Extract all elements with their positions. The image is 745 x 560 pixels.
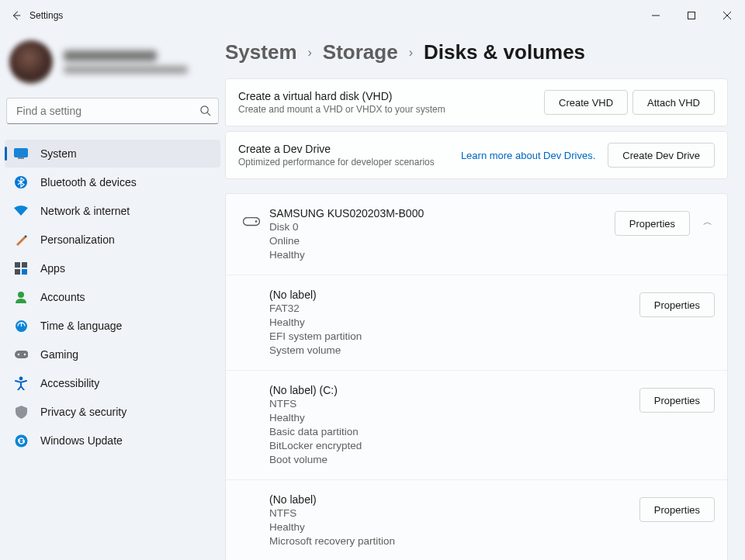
privacy-icon xyxy=(14,405,28,419)
disks-list: SAMSUNG KUS020203M-B000 Disk 0 Online He… xyxy=(225,193,728,560)
disk-name: SAMSUNG KUS020203M-B000 xyxy=(269,206,615,220)
maximize-button[interactable] xyxy=(674,0,709,31)
volume-line: Boot volume xyxy=(269,453,639,467)
card-subtitle: Create and mount a VHD or VHDX to your s… xyxy=(238,104,445,115)
volume-line: Healthy xyxy=(269,520,639,534)
avatar xyxy=(9,40,53,84)
create-devdrive-button[interactable]: Create Dev Drive xyxy=(608,143,715,168)
sidebar-item-label: Accounts xyxy=(40,291,85,303)
svg-rect-4 xyxy=(15,149,28,157)
volume-line: EFI system partition xyxy=(269,330,639,344)
svg-rect-19 xyxy=(244,218,260,226)
sidebar-item-label: Privacy & security xyxy=(40,406,126,418)
sidebar-item-label: Gaming xyxy=(40,348,78,361)
sidebar-item-label: Network & internet xyxy=(40,205,130,217)
search-box[interactable] xyxy=(6,98,219,124)
svg-point-11 xyxy=(18,292,24,298)
disk-icon xyxy=(238,206,265,262)
card-title: Create a Dev Drive xyxy=(238,143,435,155)
disk-line: Healthy xyxy=(269,248,615,262)
properties-button[interactable]: Properties xyxy=(639,497,715,522)
disk-row[interactable]: SAMSUNG KUS020203M-B000 Disk 0 Online He… xyxy=(226,194,727,275)
sidebar-item-network[interactable]: Network & internet xyxy=(5,197,220,225)
volume-row[interactable]: (No label)FAT32HealthyEFI system partiti… xyxy=(226,275,727,371)
sidebar: System Bluetooth & devices Network & int… xyxy=(0,31,225,560)
profile[interactable] xyxy=(5,36,220,98)
attach-vhd-button[interactable]: Attach VHD xyxy=(632,90,715,115)
nav-list: System Bluetooth & devices Network & int… xyxy=(5,140,220,455)
volume-line: NTFS xyxy=(269,397,639,411)
volume-line: Basic data partition xyxy=(269,425,639,439)
close-button[interactable] xyxy=(709,0,745,31)
back-icon[interactable] xyxy=(11,10,22,21)
properties-button[interactable]: Properties xyxy=(615,211,690,236)
time-icon xyxy=(14,319,28,333)
volume-line: (No label) xyxy=(269,493,639,506)
chevron-right-icon: › xyxy=(409,46,413,60)
update-icon xyxy=(14,434,28,448)
sidebar-item-label: Accessibility xyxy=(40,377,99,389)
sidebar-item-accounts[interactable]: Accounts xyxy=(5,283,220,311)
volume-line: NTFS xyxy=(269,506,639,520)
svg-line-3 xyxy=(207,112,210,116)
breadcrumb-system[interactable]: System xyxy=(225,40,297,64)
learn-more-link[interactable]: Learn more about Dev Drives. xyxy=(461,150,595,161)
breadcrumb-storage[interactable]: Storage xyxy=(323,40,398,64)
window-title: Settings xyxy=(29,10,63,21)
sidebar-item-label: Personalization xyxy=(40,233,115,246)
disk-line: Disk 0 xyxy=(269,220,615,234)
sidebar-item-bluetooth[interactable]: Bluetooth & devices xyxy=(5,168,220,196)
sidebar-item-system[interactable]: System xyxy=(5,140,220,168)
titlebar: Settings xyxy=(0,0,745,31)
accessibility-icon xyxy=(14,376,28,390)
volume-line: BitLocker encrypted xyxy=(269,439,639,453)
svg-rect-14 xyxy=(15,351,28,358)
sidebar-item-accessibility[interactable]: Accessibility xyxy=(5,369,220,397)
disk-line: Online xyxy=(269,234,615,248)
search-input[interactable] xyxy=(6,98,219,124)
sidebar-item-update[interactable]: Windows Update xyxy=(5,427,220,455)
chevron-up-icon[interactable]: ︿ xyxy=(701,211,715,229)
network-icon xyxy=(14,204,28,218)
chevron-right-icon: › xyxy=(308,46,312,60)
volume-line: Healthy xyxy=(269,316,639,330)
svg-point-17 xyxy=(19,377,23,381)
svg-point-16 xyxy=(24,354,26,355)
volume-row[interactable]: (No label) (C:)NTFSHealthyBasic data par… xyxy=(226,371,727,480)
volume-line: (No label) xyxy=(269,288,639,302)
card-devdrive: Create a Dev Drive Optimized performance… xyxy=(225,131,728,179)
volume-line: Microsoft recovery partition xyxy=(269,534,639,548)
system-icon xyxy=(14,147,28,161)
svg-point-18 xyxy=(15,434,27,447)
properties-button[interactable]: Properties xyxy=(639,388,715,413)
svg-rect-8 xyxy=(22,262,27,268)
card-title: Create a virtual hard disk (VHD) xyxy=(238,90,445,102)
minimize-button[interactable] xyxy=(638,0,674,31)
svg-rect-9 xyxy=(15,269,20,275)
apps-icon xyxy=(14,261,28,275)
sidebar-item-personalization[interactable]: Personalization xyxy=(5,226,220,254)
volume-row[interactable]: (No label)NTFSHealthyMicrosoft recovery … xyxy=(226,480,727,560)
breadcrumb-current: Disks & volumes xyxy=(424,40,585,64)
sidebar-item-label: System xyxy=(40,147,77,160)
card-vhd: Create a virtual hard disk (VHD) Create … xyxy=(225,78,728,126)
svg-rect-7 xyxy=(15,262,20,268)
sidebar-item-label: Bluetooth & devices xyxy=(40,176,137,188)
sidebar-item-gaming[interactable]: Gaming xyxy=(5,340,220,368)
sidebar-item-label: Windows Update xyxy=(40,434,123,447)
svg-point-2 xyxy=(201,106,208,113)
card-subtitle: Optimized performance for developer scen… xyxy=(238,157,435,168)
svg-rect-1 xyxy=(688,12,695,19)
svg-rect-10 xyxy=(22,269,27,275)
personalization-icon xyxy=(14,233,28,247)
create-vhd-button[interactable]: Create VHD xyxy=(544,90,628,115)
volume-line: (No label) (C:) xyxy=(269,383,639,397)
accounts-icon xyxy=(14,290,28,304)
profile-text xyxy=(64,50,188,74)
svg-point-15 xyxy=(18,354,19,355)
breadcrumb: System › Storage › Disks & volumes xyxy=(225,40,728,64)
sidebar-item-apps[interactable]: Apps xyxy=(5,254,220,282)
sidebar-item-privacy[interactable]: Privacy & security xyxy=(5,398,220,426)
properties-button[interactable]: Properties xyxy=(639,292,715,317)
sidebar-item-time[interactable]: Time & language xyxy=(5,312,220,340)
